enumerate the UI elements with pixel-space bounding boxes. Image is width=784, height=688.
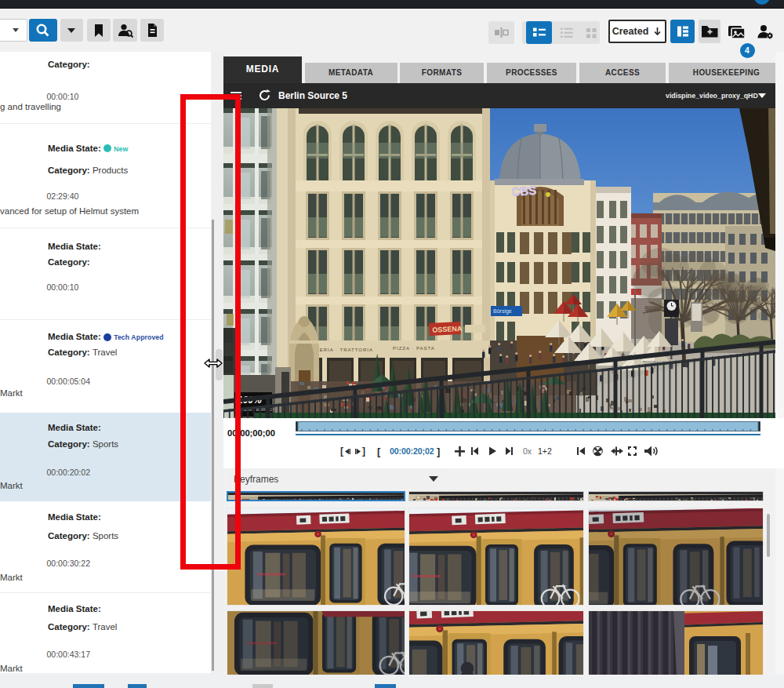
svg-text:00:00:20;02: 00:00:20;02 — [390, 446, 434, 456]
svg-text:PIZZA · PASTA: PIZZA · PASTA — [393, 346, 435, 351]
svg-text:[: [ — [340, 446, 343, 457]
svg-text:[: [ — [377, 446, 381, 457]
svg-text:0x: 0x — [523, 446, 532, 456]
svg-text:CBS: CBS — [511, 184, 537, 198]
svg-text:]: ] — [362, 446, 365, 457]
svg-text:1+2: 1+2 — [538, 446, 552, 456]
svg-text:]: ] — [437, 446, 440, 457]
svg-text:Börsige: Börsige — [493, 308, 512, 315]
svg-text:OSSENA: OSSENA — [432, 325, 463, 334]
